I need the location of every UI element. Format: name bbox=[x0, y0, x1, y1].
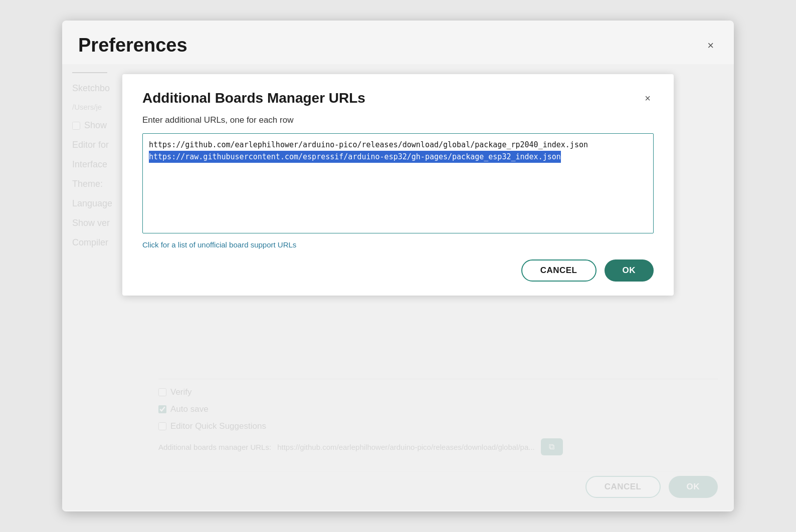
unofficial-boards-link[interactable]: Click for a list of unofficial board sup… bbox=[142, 240, 296, 249]
preferences-title: Preferences bbox=[78, 35, 187, 56]
modal-close-button[interactable]: × bbox=[642, 92, 654, 105]
modal-actions: CANCEL OK bbox=[142, 259, 654, 282]
modal-cancel-button[interactable]: CANCEL bbox=[521, 259, 596, 282]
modal-ok-button[interactable]: OK bbox=[605, 259, 654, 282]
modal-title: Additional Boards Manager URLs bbox=[142, 90, 365, 106]
preferences-window: Preferences × Sketchbo /Users/je Show Ed… bbox=[62, 21, 734, 511]
modal-header: Additional Boards Manager URLs × bbox=[142, 90, 654, 106]
modal-overlay: Additional Boards Manager URLs × Enter a… bbox=[62, 64, 734, 510]
url-textarea[interactable] bbox=[142, 133, 654, 233]
preferences-header: Preferences × bbox=[62, 21, 734, 64]
additional-boards-modal: Additional Boards Manager URLs × Enter a… bbox=[122, 74, 674, 296]
main-close-button[interactable]: × bbox=[703, 37, 718, 54]
preferences-body: Sketchbo /Users/je Show Editor for Inter… bbox=[62, 64, 734, 510]
modal-subtitle: Enter additional URLs, one for each row bbox=[142, 115, 654, 125]
main-content: Additional Boards Manager URLs × Enter a… bbox=[142, 64, 734, 510]
